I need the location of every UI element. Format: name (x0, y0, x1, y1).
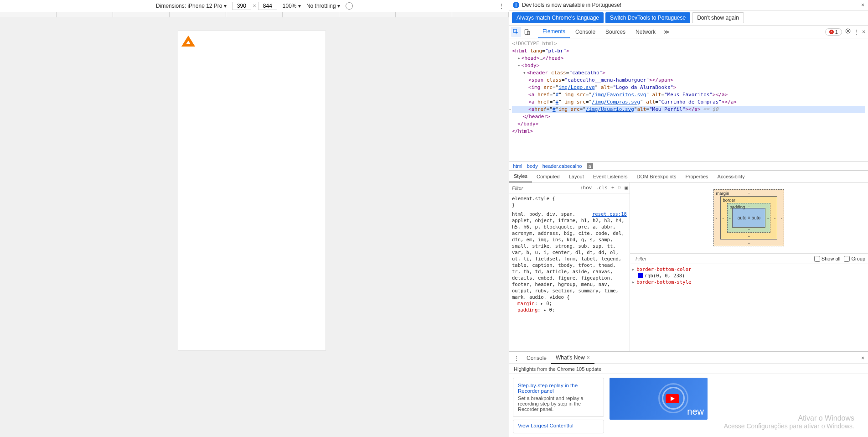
tab-network[interactable]: Network (631, 26, 660, 38)
new-rule-button[interactable]: + (610, 185, 616, 191)
rotate-icon[interactable] (346, 2, 353, 10)
bm-border-label: border (723, 198, 735, 203)
computed-row[interactable]: ▸border-bottom-style (632, 279, 866, 285)
styles-area: :hov .cls + ⚐ ▣ element.style { } reset.… (509, 182, 868, 352)
error-dot-icon: × (829, 30, 834, 34)
inspect-element-icon[interactable] (511, 27, 521, 37)
color-swatch-icon[interactable] (638, 273, 643, 278)
reset-rule[interactable]: reset.css:18 html, body, div, span, appl… (512, 211, 627, 300)
tab-elements[interactable]: Elements (538, 26, 570, 38)
device-kebab-icon[interactable]: ⋮ (499, 3, 504, 9)
ruler (0, 12, 509, 17)
elements-tree[interactable]: <!DOCTYPE html> <html lang="pt-br"> ▸<he… (509, 38, 868, 161)
bm-content: auto × auto (732, 208, 765, 228)
breadcrumb-header[interactable]: header.cabecalho (542, 163, 582, 169)
info-bar: i DevTools is now available in Portugues… (509, 0, 868, 10)
drawer: ⋮ Console What's New× × Highlights from … (509, 352, 868, 437)
whatsnew-card[interactable]: View Largest Contentful (513, 420, 604, 433)
zoom-dropdown[interactable]: 100% ▾ (283, 3, 301, 9)
computed-filter-input[interactable] (633, 254, 811, 264)
subtab-accessibility[interactable]: Accessibility (713, 171, 749, 182)
selected-dom-node[interactable]: ⋯ <a href="#" img src="/img/Usuario.svg"… (512, 106, 865, 113)
subtab-layout[interactable]: Layout (564, 171, 589, 182)
breadcrumb-a[interactable]: a (587, 163, 593, 169)
page-viewport-pane: Dimensions: iPhone 12 Pro ▾ × 100% ▾ No … (0, 0, 509, 437)
device-viewport (0, 12, 509, 437)
reset-css-link[interactable]: reset.css:18 (592, 211, 627, 217)
svg-rect-1 (525, 29, 528, 35)
box-model[interactable]: margin ---- border ---- padding ---- aut… (630, 182, 868, 253)
svg-point-3 (847, 30, 849, 32)
dom-doctype[interactable]: <!DOCTYPE html> (512, 40, 865, 47)
width-input[interactable] (232, 2, 251, 10)
drawer-tab-console[interactable]: Console (522, 352, 551, 364)
subtab-styles[interactable]: Styles (509, 171, 532, 182)
breadcrumb-html[interactable]: html (513, 163, 522, 169)
promo-new-label: new (687, 406, 704, 417)
devtools-pane: i DevTools is now available in Portugues… (509, 0, 868, 437)
play-icon[interactable] (666, 394, 679, 403)
dim-cross: × (253, 3, 256, 9)
error-count: 1 (835, 29, 838, 35)
info-icon: i (513, 2, 519, 8)
bm-margin-label: margin (716, 191, 729, 196)
tab-divider (535, 28, 535, 36)
computed-row[interactable]: ▸border-bottom-color (632, 266, 866, 272)
subtab-event-listeners[interactable]: Event Listeners (589, 171, 632, 182)
svg-rect-2 (527, 31, 530, 34)
cls-toggle[interactable]: .cls (594, 185, 610, 191)
dimensions-dropdown[interactable]: Dimensions: iPhone 12 Pro ▾ (156, 3, 227, 9)
styles-subtab-bar: Styles Computed Layout Event Listeners D… (509, 171, 868, 182)
error-badge[interactable]: × 1 (825, 28, 842, 36)
bm-padding-label: padding (729, 204, 745, 209)
whatsnew-card[interactable]: Step-by-step replay in the Recorder pane… (513, 378, 604, 417)
subtab-properties[interactable]: Properties (681, 171, 713, 182)
computed-list[interactable]: ▸border-bottom-color rgb(0, 0, 238) ▸bor… (630, 264, 868, 351)
drawer-body: Step-by-step replay in the Recorder pane… (509, 374, 868, 437)
subtab-dom-breakpoints[interactable]: DOM Breakpoints (632, 171, 681, 182)
drawer-tab-bar: ⋮ Console What's New× × (509, 352, 868, 364)
styles-toolbar: :hov .cls + ⚐ ▣ (509, 182, 630, 193)
drawer-close-icon[interactable]: × (861, 355, 864, 361)
card-title-link[interactable]: View Largest Contentful (518, 423, 599, 428)
info-close-icon[interactable]: × (861, 2, 864, 8)
show-all-checkbox[interactable]: Show all (814, 256, 841, 262)
group-checkbox[interactable]: Group (844, 256, 865, 262)
tab-close-icon[interactable]: × (587, 354, 590, 361)
more-tabs-icon[interactable]: ≫ (661, 29, 672, 35)
tab-sources[interactable]: Sources (601, 26, 630, 38)
device-toggle-icon[interactable] (522, 27, 532, 37)
styles-filter-input[interactable] (509, 183, 578, 193)
app-logo-icon (181, 36, 195, 47)
devtools-kebab-icon[interactable]: ⋮ (854, 29, 859, 35)
dont-show-button[interactable]: Don't show again (692, 12, 744, 23)
device-frame (178, 31, 326, 350)
computed-toolbar: Show all Group (630, 253, 868, 264)
pin-icon[interactable]: ⚐ (616, 185, 623, 191)
styles-rules-pane: :hov .cls + ⚐ ▣ element.style { } reset.… (509, 182, 630, 351)
breadcrumb-body[interactable]: body (527, 163, 538, 169)
tab-console[interactable]: Console (571, 26, 600, 38)
hov-toggle[interactable]: :hov (578, 185, 594, 191)
promo-video-thumb[interactable]: new (610, 378, 708, 420)
subtab-computed[interactable]: Computed (532, 171, 564, 182)
card-desc: Set a breakpoint and replay a recording … (518, 395, 599, 412)
computed-toggle-icon[interactable]: ▣ (623, 185, 630, 191)
switch-language-button[interactable]: Switch DevTools to Portuguese (605, 12, 690, 23)
element-style-rule[interactable]: element.style { (512, 195, 627, 202)
language-button-bar: Always match Chrome's language Switch De… (509, 10, 868, 26)
dimension-inputs: × (232, 2, 277, 10)
whatsnew-highlights: Highlights from the Chrome 105 update (509, 364, 868, 374)
devtools-close-icon[interactable]: × (862, 29, 865, 35)
settings-gear-icon[interactable] (845, 28, 851, 36)
drawer-kebab-icon[interactable]: ⋮ (511, 355, 522, 361)
device-toolbar: Dimensions: iPhone 12 Pro ▾ × 100% ▾ No … (0, 0, 509, 12)
windows-activation-watermark: Ativar o Windows Acesse Configurações pa… (724, 414, 854, 430)
always-match-button[interactable]: Always match Chrome's language (512, 12, 604, 23)
breadcrumb: html body header.cabecalho a (509, 161, 868, 171)
throttling-dropdown[interactable]: No throttling ▾ (306, 3, 340, 9)
drawer-tab-whatsnew[interactable]: What's New× (551, 352, 594, 364)
height-input[interactable] (258, 2, 277, 10)
styles-rules[interactable]: element.style { } reset.css:18 html, bod… (509, 193, 630, 351)
card-title-link[interactable]: Step-by-step replay in the Recorder pane… (518, 383, 599, 394)
